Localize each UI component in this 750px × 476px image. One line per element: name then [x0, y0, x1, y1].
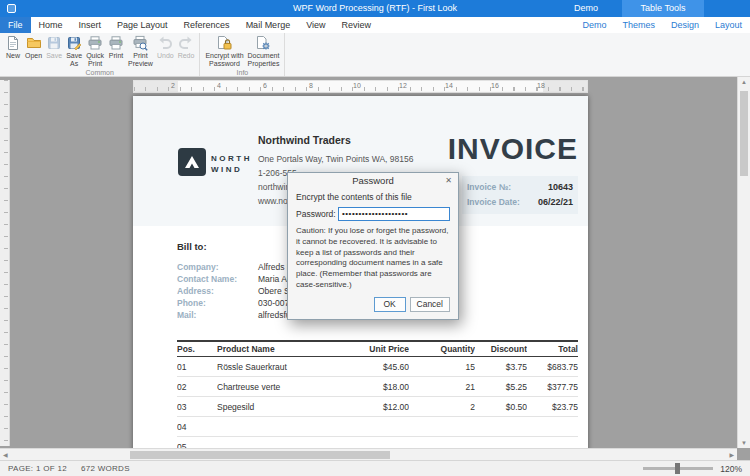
- bill-to-label: Phone:: [177, 297, 258, 309]
- password-dialog: Password ✕ Encrypt the contents of this …: [287, 172, 459, 320]
- scroll-left-icon[interactable]: ◀: [3, 449, 8, 460]
- table-cell: Chartreuse verte: [217, 382, 337, 392]
- ribbon-button-label: Undo: [157, 52, 174, 60]
- invoice-meta-row: Invoice №:10643: [467, 180, 573, 195]
- ribbon-tabs-left: FileHomeInsertPage LayoutReferencesMail …: [0, 17, 379, 33]
- tab-demo[interactable]: Demo: [574, 17, 614, 33]
- scroll-right-icon[interactable]: ▶: [729, 449, 734, 460]
- statusbar: PAGE: 1 OF 12 672 WORDS 120%: [0, 460, 750, 476]
- table-cell: $3.75: [475, 362, 527, 372]
- table-cell: $18.00: [337, 382, 409, 392]
- zoom-slider[interactable]: [643, 467, 713, 470]
- ribbon-button-label: Open: [25, 52, 42, 60]
- horizontal-ruler[interactable]: 24681012141618: [133, 80, 588, 93]
- vertical-scrollbar[interactable]: ▲ ▼: [737, 77, 750, 448]
- save-icon: [46, 35, 62, 51]
- dialog-titlebar[interactable]: Password ✕: [288, 173, 458, 189]
- print-button[interactable]: Print: [106, 33, 126, 60]
- tab-view[interactable]: View: [298, 17, 333, 33]
- redo-button: Redo: [176, 33, 197, 60]
- logo-line-1: NORTH: [211, 153, 252, 164]
- open-folder-icon: [26, 35, 42, 51]
- table-cell: $377.75: [527, 382, 578, 392]
- ribbon-tabs-right: DemoThemesDesignLayout: [574, 17, 750, 33]
- horizontal-scrollbar[interactable]: ◀ ▶: [0, 448, 737, 460]
- encrypt-with-password-button[interactable]: Encrypt with Password: [203, 33, 245, 68]
- vertical-ruler[interactable]: [0, 80, 10, 446]
- zoom-slider-thumb[interactable]: [675, 463, 680, 474]
- encrypt-password-icon: [216, 35, 232, 51]
- titlebar[interactable]: WPF Word Processing (RTF) - First Look D…: [0, 0, 750, 17]
- zoom-level[interactable]: 120%: [720, 464, 742, 474]
- tab-references[interactable]: References: [176, 17, 238, 33]
- new-document-icon: [5, 35, 21, 51]
- new-button[interactable]: New: [3, 33, 23, 60]
- northwind-logo-text: NORTH WIND: [211, 153, 252, 175]
- table-header-cell: Unit Price: [337, 344, 409, 354]
- document-properties-button[interactable]: Document Properties: [246, 33, 282, 68]
- scroll-up-icon[interactable]: ▲: [738, 79, 750, 85]
- table-cell: 04: [177, 422, 217, 432]
- invoice-meta-label: Invoice Date:: [467, 195, 520, 210]
- tab-row-spacer: [379, 17, 574, 33]
- bill-to-label: Company:: [177, 261, 258, 273]
- northwind-logo: NORTH WIND: [178, 148, 252, 180]
- ribbon-tab-row: FileHomeInsertPage LayoutReferencesMail …: [0, 17, 750, 33]
- tab-file[interactable]: File: [0, 17, 31, 33]
- ribbon-button-label: New: [6, 52, 20, 60]
- tab-page-layout[interactable]: Page Layout: [109, 17, 176, 33]
- table-header-cell: Pos.: [177, 344, 217, 354]
- save-as-button[interactable]: Save As: [64, 33, 84, 68]
- table-tools-context-band: Table Tools: [622, 0, 704, 17]
- table-row[interactable]: 04: [177, 417, 578, 437]
- vertical-scroll-thumb[interactable]: [740, 91, 748, 176]
- tab-insert[interactable]: Insert: [71, 17, 110, 33]
- invoice-meta-label: Invoice №:: [467, 180, 511, 195]
- table-cell: 2: [409, 402, 475, 412]
- scroll-down-icon[interactable]: ▼: [738, 440, 750, 446]
- ok-button[interactable]: OK: [374, 297, 406, 312]
- tab-design[interactable]: Design: [663, 17, 707, 33]
- table-cell: $45.60: [337, 362, 409, 372]
- password-row: Password: ••••••••••••••••••••: [296, 207, 450, 221]
- ribbon-button-label: Redo: [178, 52, 195, 60]
- tab-mail-merge[interactable]: Mail Merge: [238, 17, 299, 33]
- invoice-table-header: Pos.Product NameUnit PriceQuantityDiscou…: [177, 340, 578, 357]
- table-row[interactable]: 03Spegesild$12.002$0.50$23.75: [177, 397, 578, 417]
- table-cell: Rössle Sauerkraut: [217, 362, 337, 372]
- invoice-meta: Invoice №:10643Invoice Date:06/22/21: [462, 176, 578, 214]
- invoice-table[interactable]: Pos.Product NameUnit PriceQuantityDiscou…: [177, 340, 578, 457]
- open-button[interactable]: Open: [23, 33, 44, 60]
- page-indicator[interactable]: PAGE: 1 OF 12: [8, 464, 67, 473]
- table-row[interactable]: 02Chartreuse verte$18.0021$5.25$377.75: [177, 377, 578, 397]
- undo-icon: [157, 35, 173, 51]
- dialog-body: Encrypt the contents of this file Passwo…: [288, 189, 458, 319]
- password-input[interactable]: ••••••••••••••••••••: [338, 207, 450, 221]
- print-preview-icon: [132, 35, 148, 51]
- cancel-button[interactable]: Cancel: [410, 297, 450, 312]
- tab-layout[interactable]: Layout: [707, 17, 750, 33]
- table-row[interactable]: 01Rössle Sauerkraut$45.6015$3.75$683.75: [177, 357, 578, 377]
- table-header-cell: Discount: [475, 344, 527, 354]
- invoice-table-body: 01Rössle Sauerkraut$45.6015$3.75$683.750…: [177, 357, 578, 457]
- bill-to-label: Contact Name:: [177, 273, 258, 285]
- print-preview-button[interactable]: Print Preview: [126, 33, 155, 68]
- quick-print-button[interactable]: Quick Print: [84, 33, 106, 68]
- tab-review[interactable]: Review: [334, 17, 380, 33]
- seller-name: Northwind Traders: [258, 134, 413, 146]
- tab-themes[interactable]: Themes: [614, 17, 663, 33]
- logo-line-2: WIND: [211, 164, 252, 175]
- tab-home[interactable]: Home: [31, 17, 71, 33]
- table-header-cell: Product Name: [217, 344, 337, 354]
- table-cell: 15: [409, 362, 475, 372]
- redo-icon: [178, 35, 194, 51]
- horizontal-scroll-thumb[interactable]: [130, 451, 390, 459]
- ribbon-group-label: Common: [3, 68, 196, 77]
- northwind-logo-icon: [178, 148, 206, 180]
- dialog-buttons: OK Cancel: [296, 297, 450, 312]
- table-cell: Spegesild: [217, 402, 337, 412]
- table-cell: 21: [409, 382, 475, 392]
- invoice-meta-value: 06/22/21: [538, 195, 573, 210]
- word-count[interactable]: 672 WORDS: [81, 464, 130, 473]
- dialog-close-icon[interactable]: ✕: [445, 173, 452, 189]
